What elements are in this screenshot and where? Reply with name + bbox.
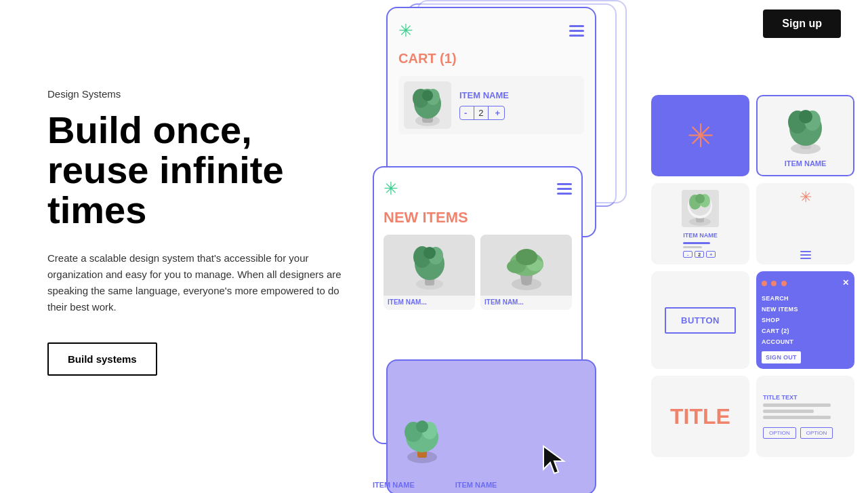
mini-qty-row: - 2 + xyxy=(683,251,718,258)
svg-point-28 xyxy=(799,110,812,123)
phones-mockup-area: ✳ CART (1) xyxy=(366,0,623,493)
item-card-2: ITEM NAM... xyxy=(480,235,572,310)
grid-cell-snowflake: ✳ xyxy=(651,95,749,176)
cart-item-row: ITEM NAME - 2 + xyxy=(398,76,584,134)
menu-dot-1 xyxy=(762,281,767,286)
grid-cell-item-name: ITEM NAME xyxy=(785,159,827,167)
menu-item-search[interactable]: SEARCH xyxy=(762,293,849,304)
mini-hamburger-icon xyxy=(800,251,811,259)
mini-snowflake-icon: ✳ xyxy=(800,189,812,206)
grid-cell-plant: ITEM NAME xyxy=(756,95,854,176)
items-grid: ITEM NAM... ITEM NAM... xyxy=(384,235,572,310)
menu-item-sign-out[interactable]: SIGN OUT xyxy=(762,351,801,363)
navigation: Sign up xyxy=(0,0,868,47)
cart-item-info: ITEM NAME - 2 + xyxy=(459,90,579,120)
menu-item-cart[interactable]: CART (2) xyxy=(762,326,849,336)
signup-button[interactable]: Sign up xyxy=(763,9,841,38)
item-card-label-1: ITEM NAM... xyxy=(384,296,475,306)
item-card-image-1 xyxy=(384,235,475,296)
preview-line-2 xyxy=(763,410,814,413)
menu-dot-2 xyxy=(771,281,777,286)
preview-line-3 xyxy=(763,416,831,419)
preview-button-option2[interactable]: OPTION xyxy=(800,427,833,439)
card-preview-lines xyxy=(763,403,848,422)
menu-close-icon[interactable]: ✕ xyxy=(842,278,849,288)
preview-buttons-row: OPTION OPTION xyxy=(763,427,833,439)
menu-dot-3 xyxy=(781,281,787,286)
front-plant xyxy=(398,413,446,467)
build-systems-button[interactable]: Build systems xyxy=(47,342,157,376)
svg-point-16 xyxy=(516,249,537,265)
grid-cell-title: TITLE xyxy=(651,376,749,457)
svg-point-22 xyxy=(416,420,428,433)
mini-price-line xyxy=(683,242,710,244)
qty-increase-button[interactable]: + xyxy=(491,106,505,119)
item-name-label: ITEM NAME xyxy=(459,90,579,100)
new-items-title: NEW ITEMS xyxy=(384,209,572,226)
mini-qty-minus: - xyxy=(683,251,693,258)
mini-item-name: ITEM NAME xyxy=(683,231,718,240)
menu-item-shop[interactable]: SHOP xyxy=(762,315,849,326)
phone-front xyxy=(386,359,596,493)
grid-cell-card-preview: TITLE TEXT OPTION OPTION xyxy=(756,376,854,457)
snowflake-icon-mid: ✳ xyxy=(384,178,398,199)
preview-button-option1[interactable]: OPTION xyxy=(763,427,796,439)
hamburger-icon-mid xyxy=(557,183,572,195)
svg-point-5 xyxy=(422,90,433,101)
preview-line-1 xyxy=(763,403,831,407)
grid-cell-menu: ✕ SEARCH NEW ITEMS SHOP CART (2) ACCOUNT… xyxy=(756,271,854,369)
bottom-item-name-right: ITEM NAME xyxy=(455,481,497,493)
svg-point-11 xyxy=(423,247,436,259)
menu-items-list: SEARCH NEW ITEMS SHOP CART (2) ACCOUNT S… xyxy=(762,293,849,363)
menu-bar: ✕ xyxy=(762,277,849,289)
grid-cell-mini-card: ITEM NAME - 2 + xyxy=(651,183,749,264)
item-card-image-2 xyxy=(480,235,572,296)
menu-item-account[interactable]: ACCOUNT xyxy=(762,336,849,347)
item-card-1: ITEM NAM... xyxy=(384,235,475,310)
mini-plant-image xyxy=(682,190,719,227)
bottom-item-names: ITEM NAME ITEM NAME xyxy=(373,481,497,493)
cart-title: CART (1) xyxy=(398,51,584,66)
menu-item-new-items[interactable]: NEW ITEMS xyxy=(762,304,849,315)
mini-desc-line xyxy=(683,246,702,248)
mini-qty-num: 2 xyxy=(695,251,704,258)
hero-title: Build once, reuse infinite times xyxy=(47,111,346,230)
grid-cell-button: BUTTON xyxy=(651,271,749,369)
snowflake-large-icon: ✳ xyxy=(687,117,714,155)
hero-section: Design Systems Build once, reuse infinit… xyxy=(47,88,346,376)
menu-dots xyxy=(762,277,788,289)
right-grid: ✳ ITEM NAME ITEM NAME xyxy=(651,95,868,457)
cart-plant-image xyxy=(404,81,451,129)
svg-point-35 xyxy=(695,194,705,203)
bottom-item-name-left: ITEM NAME xyxy=(373,481,415,493)
mini-qty-plus: + xyxy=(706,251,716,258)
hero-label: Design Systems xyxy=(47,88,346,100)
cursor-icon xyxy=(541,443,568,480)
item-card-label-2: ITEM NAM... xyxy=(480,296,572,306)
qty-value: 2 xyxy=(474,106,488,119)
grid-cell-header-bar: ✳ xyxy=(756,183,854,264)
card-preview-title: TITLE TEXT xyxy=(763,394,798,401)
orange-title-text: TITLE xyxy=(670,404,730,429)
quantity-control[interactable]: - 2 + xyxy=(459,106,505,120)
hero-description: Create a scalable design system that's a… xyxy=(47,250,346,315)
mini-card-info: ITEM NAME - 2 + xyxy=(683,231,718,258)
outlined-button[interactable]: BUTTON xyxy=(665,307,736,334)
qty-decrease-button[interactable]: - xyxy=(460,106,471,119)
